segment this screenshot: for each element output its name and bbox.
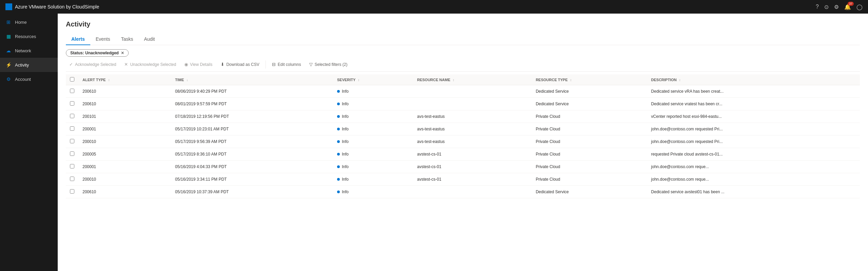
cell-description: john.doe@contoso.com reque... bbox=[647, 161, 860, 173]
edit-columns-label: Edit columns bbox=[278, 62, 301, 67]
table-row: 200101 07/18/2019 12:19:56 PM PDT Info a… bbox=[66, 110, 860, 123]
severity-value: Info bbox=[342, 189, 349, 194]
sort-alert-type-icon: ↕ bbox=[108, 78, 110, 82]
cell-severity: Info bbox=[333, 110, 413, 123]
download-csv-button[interactable]: ⬇ Download as CSV bbox=[217, 60, 263, 69]
sidebar-item-activity-label: Activity bbox=[15, 62, 29, 68]
sort-description-icon: ↕ bbox=[679, 78, 681, 82]
severity-value: Info bbox=[342, 152, 349, 157]
sidebar-item-resources[interactable]: ▦ Resources bbox=[0, 29, 58, 43]
severity-value: Info bbox=[342, 164, 349, 169]
select-all-checkbox[interactable] bbox=[70, 77, 74, 82]
view-details-button[interactable]: ◉ View Details bbox=[181, 60, 216, 69]
col-header-severity[interactable]: SEVERITY ↕ bbox=[333, 74, 413, 85]
severity-dot-icon bbox=[337, 90, 340, 93]
cell-time: 05/16/2019 10:37:39 AM PDT bbox=[171, 186, 333, 198]
cell-alert-type: 200610 bbox=[78, 85, 171, 98]
cell-time: 05/17/2019 9:56:39 AM PDT bbox=[171, 136, 333, 148]
severity-value: Info bbox=[342, 102, 349, 106]
col-header-alert-type[interactable]: ALERT TYPE ↕ bbox=[78, 74, 171, 85]
row-checkbox-cell[interactable] bbox=[66, 98, 78, 110]
user-circle-icon[interactable]: ⊙ bbox=[824, 4, 829, 10]
sort-resource-name-icon: ↕ bbox=[453, 78, 455, 82]
acknowledge-selected-button[interactable]: ✓ Acknowledge Selected bbox=[66, 60, 119, 69]
selected-filters-button[interactable]: ▽ Selected filters (2) bbox=[306, 60, 351, 69]
status-filter-badge[interactable]: Status: Unacknowledged ✕ bbox=[66, 49, 129, 57]
col-header-resource-type[interactable]: RESOURCE TYPE ↕ bbox=[532, 74, 647, 85]
table-row: 200010 05/16/2019 3:34:11 PM PDT Info av… bbox=[66, 173, 860, 186]
severity-dot-icon bbox=[337, 128, 340, 130]
cell-time: 08/01/2019 9:57:59 PM PDT bbox=[171, 98, 333, 110]
row-checkbox-cell[interactable] bbox=[66, 186, 78, 198]
col-header-time[interactable]: TIME ↓ bbox=[171, 74, 333, 85]
cell-resource-type: Dedicated Service bbox=[532, 85, 647, 98]
cell-description: john.doe@contoso.com reque... bbox=[647, 173, 860, 186]
row-checkbox-cell[interactable] bbox=[66, 110, 78, 123]
status-filter-bar: Status: Unacknowledged ✕ bbox=[66, 49, 860, 57]
sidebar-item-activity[interactable]: ⚡ Activity bbox=[0, 58, 58, 72]
sidebar-item-account[interactable]: ⚙ Account bbox=[0, 72, 58, 86]
filter-icon: ▽ bbox=[309, 62, 313, 67]
row-checkbox-6[interactable] bbox=[70, 164, 74, 168]
tab-audit[interactable]: Audit bbox=[138, 34, 160, 45]
row-checkbox-cell[interactable] bbox=[66, 161, 78, 173]
row-checkbox-cell[interactable] bbox=[66, 148, 78, 161]
unacknowledge-label: Unacknowledge Selected bbox=[130, 62, 176, 67]
tab-events[interactable]: Events bbox=[90, 34, 116, 45]
toolbar-separator bbox=[265, 60, 266, 69]
cell-severity: Info bbox=[333, 85, 413, 98]
row-checkbox-cell[interactable] bbox=[66, 85, 78, 98]
settings-icon[interactable]: ⚙ bbox=[834, 4, 839, 10]
toolbar: ✓ Acknowledge Selected ✕ Unacknowledge S… bbox=[66, 60, 860, 72]
row-checkbox-4[interactable] bbox=[70, 139, 74, 143]
cell-resource-type: Dedicated Service bbox=[532, 186, 647, 198]
activity-icon: ⚡ bbox=[5, 62, 12, 68]
row-checkbox-3[interactable] bbox=[70, 126, 74, 131]
sort-severity-icon: ↕ bbox=[358, 78, 359, 82]
cell-description: Dedicated service vRA has been creat... bbox=[647, 85, 860, 98]
row-checkbox-2[interactable] bbox=[70, 114, 74, 118]
edit-columns-button[interactable]: ⊟ Edit columns bbox=[269, 60, 304, 69]
notification-count-badge: 37 bbox=[848, 2, 854, 6]
cell-severity: Info bbox=[333, 148, 413, 161]
cell-alert-type: 200610 bbox=[78, 98, 171, 110]
table-row: 200610 08/06/2019 9:40:29 PM PDT Info De… bbox=[66, 85, 860, 98]
row-checkbox-0[interactable] bbox=[70, 89, 74, 93]
cell-alert-type: 200005 bbox=[78, 148, 171, 161]
cell-resource-name: avs-test-eastus bbox=[413, 110, 532, 123]
row-checkbox-cell[interactable] bbox=[66, 173, 78, 186]
cell-description: Dedicated service avstest01 has been ... bbox=[647, 186, 860, 198]
topbar-actions: ? ⊙ ⚙ 🔔 37 ◯ bbox=[816, 4, 863, 10]
sidebar-item-network[interactable]: ☁ Network bbox=[0, 43, 58, 58]
main-content: Activity Alerts Events Tasks Audit Statu… bbox=[58, 14, 868, 271]
col-header-description[interactable]: DESCRIPTION ↕ bbox=[647, 74, 860, 85]
cell-time: 08/06/2019 9:40:29 PM PDT bbox=[171, 85, 333, 98]
row-checkbox-8[interactable] bbox=[70, 189, 74, 194]
help-icon[interactable]: ? bbox=[816, 4, 819, 10]
sidebar-item-home[interactable]: ⊞ Home bbox=[0, 15, 58, 29]
cell-severity: Info bbox=[333, 98, 413, 110]
check-icon: ✓ bbox=[69, 62, 73, 67]
tab-alerts[interactable]: Alerts bbox=[66, 34, 90, 45]
unacknowledge-selected-button[interactable]: ✕ Unacknowledge Selected bbox=[121, 60, 179, 69]
row-checkbox-5[interactable] bbox=[70, 151, 74, 156]
row-checkbox-1[interactable] bbox=[70, 101, 74, 106]
col-header-resource-name[interactable]: RESOURCE NAME ↕ bbox=[413, 74, 532, 85]
severity-dot-icon bbox=[337, 115, 340, 118]
select-all-header[interactable] bbox=[66, 74, 78, 85]
table-row: 200610 08/01/2019 9:57:59 PM PDT Info De… bbox=[66, 98, 860, 110]
profile-icon[interactable]: ◯ bbox=[856, 4, 863, 10]
sort-time-icon: ↓ bbox=[186, 78, 188, 82]
notifications-icon[interactable]: 🔔 37 bbox=[844, 4, 851, 10]
cell-alert-type: 200001 bbox=[78, 123, 171, 136]
cell-time: 05/16/2019 3:34:11 PM PDT bbox=[171, 173, 333, 186]
row-checkbox-cell[interactable] bbox=[66, 136, 78, 148]
cell-alert-type: 200010 bbox=[78, 173, 171, 186]
row-checkbox-7[interactable] bbox=[70, 177, 74, 181]
row-checkbox-cell[interactable] bbox=[66, 123, 78, 136]
tab-tasks[interactable]: Tasks bbox=[116, 34, 139, 45]
cell-resource-name: avs-test-eastus bbox=[413, 136, 532, 148]
cell-alert-type: 200001 bbox=[78, 161, 171, 173]
severity-value: Info bbox=[342, 114, 349, 119]
cell-time: 05/17/2019 8:36:10 AM PDT bbox=[171, 148, 333, 161]
